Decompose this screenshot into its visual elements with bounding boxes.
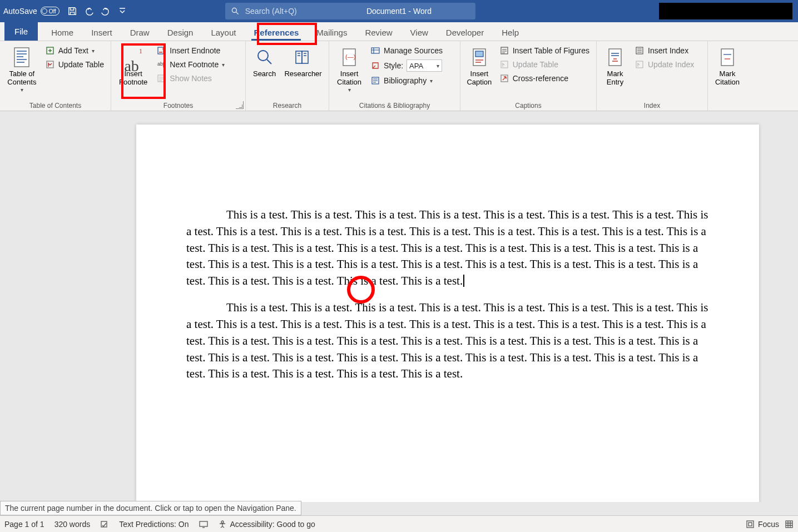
style-dropdown[interactable]: Style: APA ▾	[368, 58, 445, 73]
qat-more-icon[interactable]	[115, 3, 130, 19]
endnote-icon	[156, 46, 166, 56]
accessibility-icon	[218, 520, 227, 529]
svg-text:ab: ab	[157, 61, 163, 67]
status-page[interactable]: Page 1 of 1	[4, 520, 44, 529]
bibliography-icon	[370, 76, 380, 86]
status-bar: Page 1 of 1 320 words Text Predictions: …	[0, 515, 798, 532]
dialog-launcher-icon[interactable]	[236, 101, 244, 109]
document-title: Document1 - Word	[366, 7, 432, 16]
tab-references[interactable]: References	[245, 23, 308, 41]
insert-citation-button[interactable]: (—) Insert Citation ▾	[334, 43, 365, 101]
ribbon-tabstrip: File Home Insert Draw Design Layout Refe…	[0, 22, 798, 41]
bibliography-button[interactable]: Bibliography ▾	[368, 74, 445, 87]
search-icon	[255, 46, 274, 69]
svg-rect-12	[371, 48, 379, 53]
tab-developer[interactable]: Developer	[437, 23, 493, 41]
insert-index-button[interactable]: Insert Index	[632, 44, 696, 57]
svg-rect-28	[786, 521, 792, 528]
document-page[interactable]: This is a test. This is a test. This is …	[136, 125, 759, 502]
status-focus[interactable]: Focus	[746, 520, 779, 529]
tab-home[interactable]: Home	[42, 23, 82, 41]
mark-entry-button[interactable]: Mark Entry	[601, 43, 629, 101]
add-text-button[interactable]: Add Text ▾	[43, 44, 106, 57]
cross-reference-button[interactable]: Cross-reference	[497, 72, 592, 84]
update-captions-table-button: Update Table	[497, 58, 592, 71]
group-label: Index	[601, 101, 703, 110]
tab-review[interactable]: Review	[356, 23, 401, 41]
group-authorities: Mark Citation	[708, 41, 747, 111]
document-area[interactable]: This is a test. This is a test. This is …	[0, 111, 798, 502]
mark-entry-icon	[606, 46, 624, 69]
tab-file[interactable]: File	[4, 22, 38, 41]
search-input[interactable]: Search (Alt+Q)	[225, 3, 475, 19]
group-research: Search Researcher Research	[246, 41, 329, 111]
ribbon: Table of Contents ▾ Add Text ▾ Update Ta…	[0, 41, 798, 111]
insert-endnote-button[interactable]: Insert Endnote	[154, 44, 227, 57]
chevron-down-icon: ▾	[21, 87, 23, 93]
user-account-block[interactable]	[659, 3, 792, 19]
manage-sources-button[interactable]: Manage Sources	[368, 44, 445, 57]
citation-icon: (—)	[340, 46, 359, 69]
style-value[interactable]: APA ▾	[407, 59, 442, 72]
footnote-icon: ab1	[124, 46, 142, 69]
add-text-icon	[45, 46, 55, 56]
title-bar: AutoSave Off Document1 - Word Search (Al…	[0, 0, 798, 22]
svg-rect-15	[475, 51, 483, 57]
next-footnote-button[interactable]: ab Next Footnote ▾	[154, 58, 227, 71]
svg-rect-17	[501, 61, 508, 68]
status-display-settings[interactable]	[199, 520, 208, 529]
insert-table-of-figures-button[interactable]: Insert Table of Figures	[497, 44, 592, 57]
researcher-button[interactable]: Researcher	[282, 43, 324, 101]
search-button[interactable]: Search	[250, 43, 279, 101]
table-of-contents-button[interactable]: Table of Contents ▾	[4, 43, 39, 101]
tab-insert[interactable]: Insert	[82, 23, 121, 41]
paragraph[interactable]: This is a test. This is a test. This is …	[186, 207, 709, 290]
tab-help[interactable]: Help	[493, 23, 528, 41]
svg-rect-21	[636, 61, 643, 68]
group-label: Captions	[465, 101, 592, 110]
insert-caption-button[interactable]: Insert Caption	[465, 43, 494, 101]
save-icon[interactable]	[65, 3, 80, 19]
svg-text:(—): (—)	[345, 53, 355, 60]
caption-icon	[470, 46, 489, 69]
update-table-icon	[499, 59, 509, 69]
toggle-icon: Off	[41, 7, 60, 16]
group-citations: (—) Insert Citation ▾ Manage Sources Sty…	[329, 41, 460, 111]
statusbar-tooltip: The current page number in the document.…	[0, 501, 301, 515]
tab-design[interactable]: Design	[158, 23, 202, 41]
paragraph[interactable]: This is a test. This is a test. This is …	[186, 300, 709, 382]
group-index: Mark Entry Insert Index Update Index Ind…	[597, 41, 708, 111]
chevron-down-icon: ▾	[430, 78, 433, 84]
status-text-predictions[interactable]: Text Predictions: On	[119, 520, 189, 529]
mark-citation-button[interactable]: Mark Citation	[712, 43, 742, 101]
view-print-layout-icon[interactable]	[785, 520, 794, 529]
tab-draw[interactable]: Draw	[121, 23, 158, 41]
search-placeholder: Search (Alt+Q)	[245, 7, 297, 16]
chevron-down-icon: ▾	[92, 48, 95, 54]
update-table-button[interactable]: Update Table	[43, 58, 106, 71]
group-captions: Insert Caption Insert Table of Figures U…	[460, 41, 597, 111]
status-accessibility[interactable]: Accessibility: Good to go	[218, 520, 315, 529]
svg-point-0	[232, 8, 236, 12]
autosave-toggle[interactable]: AutoSave Off	[3, 7, 60, 16]
svg-rect-22	[721, 49, 733, 66]
status-spellcheck[interactable]	[100, 520, 109, 529]
update-index-icon	[635, 59, 645, 69]
style-icon	[370, 61, 380, 71]
group-footnotes: ab1 Insert Footnote Insert Endnote ab Ne…	[111, 41, 246, 111]
undo-icon[interactable]	[81, 3, 97, 19]
group-toc: Table of Contents ▾ Add Text ▾ Update Ta…	[0, 41, 111, 111]
insert-footnote-button[interactable]: ab1 Insert Footnote	[116, 43, 151, 101]
svg-point-7	[258, 51, 268, 61]
tab-layout[interactable]: Layout	[202, 23, 245, 41]
tab-mailings[interactable]: Mailings	[308, 23, 356, 41]
tab-view[interactable]: View	[402, 23, 437, 41]
redo-icon[interactable]	[98, 3, 113, 19]
svg-rect-4	[158, 47, 163, 54]
show-notes-icon	[156, 73, 166, 83]
text-cursor	[463, 275, 464, 287]
toc-icon	[12, 46, 31, 69]
svg-rect-1	[14, 48, 29, 67]
status-word-count[interactable]: 320 words	[54, 520, 91, 529]
insert-index-icon	[635, 46, 645, 56]
